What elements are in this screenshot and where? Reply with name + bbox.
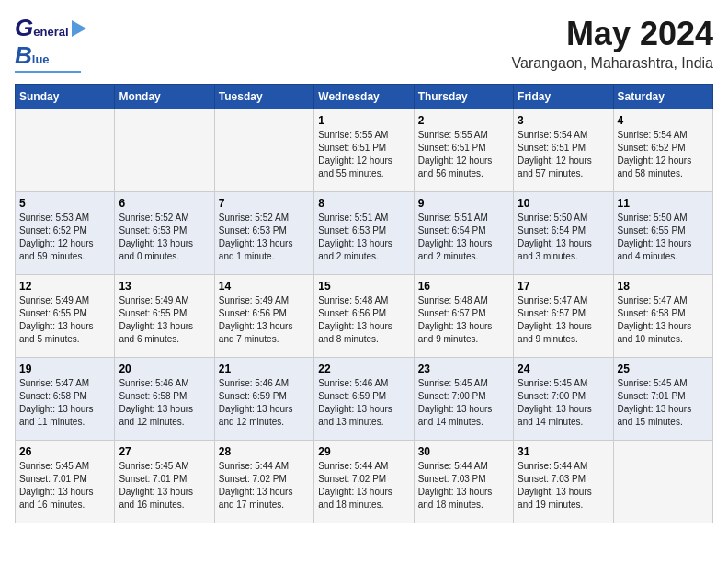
day-info: Sunrise: 5:48 AM Sunset: 6:56 PM Dayligh…	[318, 294, 409, 346]
day-number: 8	[318, 197, 409, 210]
day-info: Sunrise: 5:50 AM Sunset: 6:54 PM Dayligh…	[518, 212, 609, 263]
calendar-week-row: 26Sunrise: 5:45 AM Sunset: 7:01 PM Dayli…	[16, 440, 713, 523]
day-number: 7	[219, 197, 310, 210]
calendar-cell: 20Sunrise: 5:46 AM Sunset: 6:58 PM Dayli…	[115, 357, 214, 440]
calendar-cell: 29Sunrise: 5:44 AM Sunset: 7:02 PM Dayli…	[314, 440, 414, 523]
day-info: Sunrise: 5:45 AM Sunset: 7:00 PM Dayligh…	[418, 377, 509, 429]
calendar-cell: 21Sunrise: 5:46 AM Sunset: 6:59 PM Dayli…	[214, 357, 313, 440]
page-header: G eneral B lue May 2024 Varangaon, Mahar…	[15, 15, 713, 73]
day-info: Sunrise: 5:45 AM Sunset: 7:00 PM Dayligh…	[518, 377, 609, 429]
day-info: Sunrise: 5:44 AM Sunset: 7:03 PM Dayligh…	[418, 460, 509, 511]
calendar-cell: 31Sunrise: 5:44 AM Sunset: 7:03 PM Dayli…	[514, 440, 613, 523]
calendar-cell: 2Sunrise: 5:55 AM Sunset: 6:51 PM Daylig…	[414, 109, 513, 191]
calendar-cell: 11Sunrise: 5:50 AM Sunset: 6:55 PM Dayli…	[613, 191, 712, 274]
calendar-cell: 17Sunrise: 5:47 AM Sunset: 6:57 PM Dayli…	[514, 274, 613, 357]
calendar-cell: 26Sunrise: 5:45 AM Sunset: 7:01 PM Dayli…	[16, 440, 115, 523]
calendar-cell: 10Sunrise: 5:50 AM Sunset: 6:54 PM Dayli…	[514, 191, 613, 274]
day-number: 5	[19, 197, 110, 210]
day-number: 11	[618, 197, 709, 210]
day-number: 13	[119, 280, 210, 293]
weekday-header-tuesday: Tuesday	[214, 84, 313, 109]
calendar-week-row: 5Sunrise: 5:53 AM Sunset: 6:52 PM Daylig…	[16, 191, 713, 274]
day-number: 19	[19, 362, 110, 375]
calendar-cell: 8Sunrise: 5:51 AM Sunset: 6:53 PM Daylig…	[314, 191, 414, 274]
calendar-cell	[613, 440, 712, 523]
day-info: Sunrise: 5:44 AM Sunset: 7:03 PM Dayligh…	[518, 460, 609, 511]
day-number: 26	[19, 445, 110, 458]
calendar-cell: 13Sunrise: 5:49 AM Sunset: 6:55 PM Dayli…	[115, 274, 214, 357]
day-number: 31	[518, 445, 609, 458]
day-info: Sunrise: 5:53 AM Sunset: 6:52 PM Dayligh…	[19, 212, 110, 263]
calendar-cell: 12Sunrise: 5:49 AM Sunset: 6:55 PM Dayli…	[16, 274, 115, 357]
day-number: 14	[219, 280, 310, 293]
day-number: 24	[518, 362, 609, 375]
day-number: 27	[119, 445, 210, 458]
calendar-cell: 14Sunrise: 5:49 AM Sunset: 6:56 PM Dayli…	[214, 274, 313, 357]
day-number: 1	[318, 114, 409, 127]
day-number: 6	[119, 197, 210, 210]
weekday-header-monday: Monday	[115, 84, 214, 109]
day-info: Sunrise: 5:52 AM Sunset: 6:53 PM Dayligh…	[219, 212, 310, 263]
calendar-subtitle: Varangaon, Maharashtra, India	[512, 55, 713, 72]
calendar-cell: 23Sunrise: 5:45 AM Sunset: 7:00 PM Dayli…	[414, 357, 513, 440]
calendar-cell: 5Sunrise: 5:53 AM Sunset: 6:52 PM Daylig…	[16, 191, 115, 274]
calendar-week-row: 19Sunrise: 5:47 AM Sunset: 6:58 PM Dayli…	[16, 357, 713, 440]
weekday-header-friday: Friday	[514, 84, 613, 109]
title-section: May 2024 Varangaon, Maharashtra, India	[512, 15, 713, 72]
day-number: 22	[318, 362, 409, 375]
calendar-cell: 18Sunrise: 5:47 AM Sunset: 6:58 PM Dayli…	[613, 274, 712, 357]
day-number: 30	[418, 445, 509, 458]
logo: G eneral B lue	[15, 15, 86, 73]
weekday-header-row: SundayMondayTuesdayWednesdayThursdayFrid…	[16, 84, 713, 109]
day-info: Sunrise: 5:55 AM Sunset: 6:51 PM Dayligh…	[318, 129, 409, 180]
calendar-cell: 30Sunrise: 5:44 AM Sunset: 7:03 PM Dayli…	[414, 440, 513, 523]
day-number: 21	[219, 362, 310, 375]
logo-underline	[15, 71, 81, 73]
calendar-cell: 15Sunrise: 5:48 AM Sunset: 6:56 PM Dayli…	[314, 274, 414, 357]
calendar-week-row: 1Sunrise: 5:55 AM Sunset: 6:51 PM Daylig…	[16, 109, 713, 191]
day-number: 17	[518, 280, 609, 293]
calendar-cell: 3Sunrise: 5:54 AM Sunset: 6:51 PM Daylig…	[514, 109, 613, 191]
weekday-header-wednesday: Wednesday	[314, 84, 414, 109]
day-info: Sunrise: 5:54 AM Sunset: 6:51 PM Dayligh…	[518, 129, 609, 180]
calendar-cell	[16, 109, 115, 191]
calendar-cell	[115, 109, 214, 191]
day-info: Sunrise: 5:48 AM Sunset: 6:57 PM Dayligh…	[418, 294, 509, 346]
day-info: Sunrise: 5:51 AM Sunset: 6:53 PM Dayligh…	[318, 212, 409, 263]
calendar-cell: 7Sunrise: 5:52 AM Sunset: 6:53 PM Daylig…	[214, 191, 313, 274]
day-info: Sunrise: 5:45 AM Sunset: 7:01 PM Dayligh…	[19, 460, 110, 511]
day-info: Sunrise: 5:46 AM Sunset: 6:59 PM Dayligh…	[219, 377, 310, 429]
day-number: 2	[418, 114, 509, 127]
day-info: Sunrise: 5:47 AM Sunset: 6:58 PM Dayligh…	[618, 294, 709, 346]
day-info: Sunrise: 5:46 AM Sunset: 6:58 PM Dayligh…	[119, 377, 210, 429]
calendar-cell	[214, 109, 313, 191]
logo-b: B	[15, 42, 32, 70]
day-number: 29	[318, 445, 409, 458]
day-info: Sunrise: 5:45 AM Sunset: 7:01 PM Dayligh…	[119, 460, 210, 511]
calendar-table: SundayMondayTuesdayWednesdayThursdayFrid…	[15, 84, 713, 523]
logo-lue: lue	[32, 53, 50, 67]
calendar-cell: 6Sunrise: 5:52 AM Sunset: 6:53 PM Daylig…	[115, 191, 214, 274]
day-number: 16	[418, 280, 509, 293]
calendar-cell: 19Sunrise: 5:47 AM Sunset: 6:58 PM Dayli…	[16, 357, 115, 440]
day-number: 18	[618, 280, 709, 293]
day-number: 25	[618, 362, 709, 375]
calendar-title: May 2024	[512, 15, 713, 53]
day-number: 28	[219, 445, 310, 458]
day-info: Sunrise: 5:50 AM Sunset: 6:55 PM Dayligh…	[618, 212, 709, 263]
day-info: Sunrise: 5:54 AM Sunset: 6:52 PM Dayligh…	[618, 129, 709, 180]
day-info: Sunrise: 5:44 AM Sunset: 7:02 PM Dayligh…	[219, 460, 310, 511]
day-info: Sunrise: 5:47 AM Sunset: 6:57 PM Dayligh…	[518, 294, 609, 346]
day-number: 3	[518, 114, 609, 127]
logo-arrow-icon	[72, 20, 86, 37]
calendar-cell: 22Sunrise: 5:46 AM Sunset: 6:59 PM Dayli…	[314, 357, 414, 440]
day-info: Sunrise: 5:45 AM Sunset: 7:01 PM Dayligh…	[618, 377, 709, 429]
logo-g: G	[15, 15, 33, 42]
day-info: Sunrise: 5:51 AM Sunset: 6:54 PM Dayligh…	[418, 212, 509, 263]
weekday-header-saturday: Saturday	[613, 84, 712, 109]
day-number: 12	[19, 280, 110, 293]
calendar-cell: 16Sunrise: 5:48 AM Sunset: 6:57 PM Dayli…	[414, 274, 513, 357]
calendar-cell: 25Sunrise: 5:45 AM Sunset: 7:01 PM Dayli…	[613, 357, 712, 440]
day-number: 4	[618, 114, 709, 127]
weekday-header-thursday: Thursday	[414, 84, 513, 109]
